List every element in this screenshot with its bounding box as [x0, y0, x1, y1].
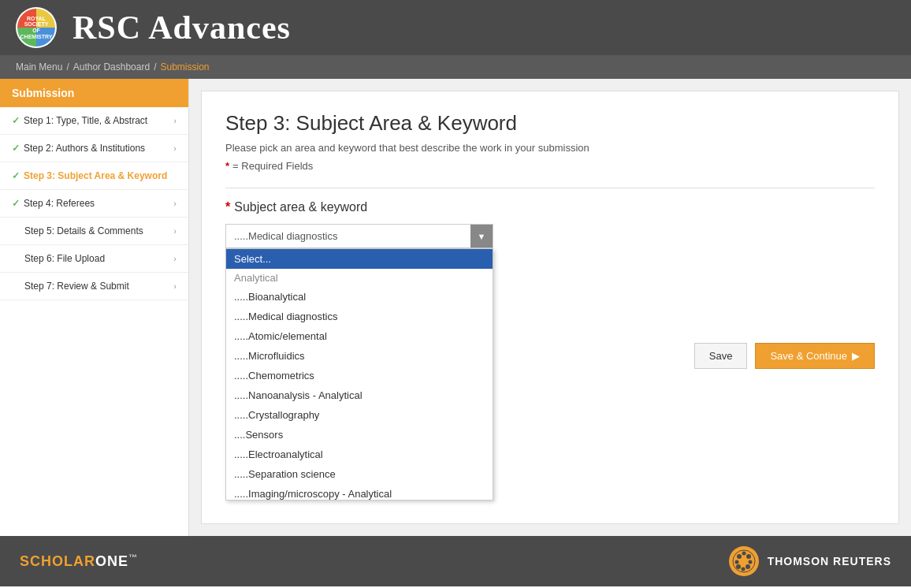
sidebar-item-step5[interactable]: Step 5: Details & Comments › — [0, 218, 188, 245]
main-layout: Submission ✓ Step 1: Type, Title, & Abst… — [0, 79, 911, 536]
svg-point-2 — [737, 554, 742, 559]
step2-arrow-icon: › — [173, 143, 177, 153]
save-continue-label: Save & Continue — [770, 350, 847, 362]
dropdown-option-chemometrics[interactable]: .....Chemometrics — [226, 366, 493, 385]
dropdown-option-electroanalytical[interactable]: .....Electroanalytical — [226, 445, 493, 464]
save-button[interactable]: Save — [694, 343, 748, 369]
dropdown-option-bioanalytical[interactable]: .....Bioanalytical — [226, 287, 493, 307]
sidebar-item-step4[interactable]: ✓ Step 4: Referees › — [0, 190, 188, 218]
sidebar: Submission ✓ Step 1: Type, Title, & Abst… — [0, 79, 189, 536]
select-value-display[interactable]: .....Medical diagnostics — [226, 225, 470, 247]
breadcrumb-sep2: / — [154, 61, 156, 73]
dropdown-group-analytical: Analytical — [226, 269, 493, 287]
sidebar-item-step7-label: Step 7: Review & Submit — [24, 281, 129, 292]
required-note: * = Required Fields — [225, 160, 875, 172]
required-star: * — [225, 160, 229, 172]
dropdown-list[interactable]: Select... Analytical .....Bioanalytical … — [225, 248, 493, 501]
svg-point-5 — [748, 560, 752, 564]
subject-select-wrapper[interactable]: .....Medical diagnostics ▼ Select... Ana… — [225, 224, 493, 248]
sidebar-item-step6[interactable]: Step 6: File Upload › — [0, 245, 188, 273]
subject-label-text: Subject area & keyword — [234, 200, 367, 214]
breadcrumb-author-dashboard[interactable]: Author Dashboard — [73, 61, 150, 73]
breadcrumb-sep1: / — [66, 61, 69, 73]
rsc-logo: ROYALSOCIETYOFCHEMISTRY — [16, 7, 57, 48]
sidebar-item-step5-label: Step 5: Details & Comments — [24, 225, 143, 236]
tr-logo-icon — [728, 545, 760, 577]
tm-symbol: ™ — [128, 553, 138, 562]
svg-point-4 — [746, 554, 751, 559]
step4-check-icon: ✓ — [12, 198, 20, 209]
scholarone-brand: SCHOLARONE™ — [20, 553, 138, 570]
thomson-reuters-brand: THOMSON REUTERS — [728, 545, 891, 577]
sidebar-item-step2[interactable]: ✓ Step 2: Authors & Institutions › — [0, 135, 188, 162]
step5-arrow-icon: › — [173, 226, 177, 236]
save-continue-arrow-icon: ▶ — [852, 350, 860, 362]
divider — [225, 188, 875, 188]
one-text: ONE — [95, 553, 128, 569]
sidebar-item-step1[interactable]: ✓ Step 1: Type, Title, & Abstract › — [0, 107, 188, 135]
sidebar-item-step3[interactable]: ✓ Step 3: Subject Area & Keyword — [0, 162, 188, 190]
dropdown-option-medical-diagnostics[interactable]: .....Medical diagnostics — [226, 307, 493, 326]
dropdown-option-atomic[interactable]: .....Atomic/elemental — [226, 326, 493, 346]
logo-text: ROYALSOCIETYOFCHEMISTRY — [20, 16, 53, 40]
svg-point-8 — [736, 564, 741, 569]
svg-point-0 — [729, 546, 759, 576]
step3-check-icon: ✓ — [12, 170, 20, 181]
svg-point-9 — [734, 560, 738, 564]
dropdown-option-sensors[interactable]: ....Sensors — [226, 425, 493, 445]
breadcrumb-main-menu[interactable]: Main Menu — [16, 61, 62, 73]
sidebar-title: Submission — [0, 79, 188, 107]
step1-arrow-icon: › — [173, 116, 177, 125]
step2-check-icon: ✓ — [12, 143, 20, 154]
sidebar-item-step3-label: Step 3: Subject Area & Keyword — [24, 170, 167, 181]
dropdown-option-separation[interactable]: .....Separation science — [226, 464, 493, 484]
logo-area: ROYALSOCIETYOFCHEMISTRY — [16, 7, 57, 48]
journal-title: RSC Advances — [73, 9, 291, 47]
step-title: Step 3: Subject Area & Keyword — [225, 111, 875, 136]
step7-arrow-icon: › — [173, 281, 177, 291]
scholar-text: SCHOLAR — [20, 553, 95, 569]
sidebar-item-step6-label: Step 6: File Upload — [24, 253, 105, 264]
page-header: ROYALSOCIETYOFCHEMISTRY RSC Advances — [0, 0, 911, 55]
step1-check-icon: ✓ — [12, 115, 20, 126]
select-display-box[interactable]: .....Medical diagnostics ▼ — [225, 224, 493, 248]
page-footer: SCHOLARONE™ THOMSON REUTERS — [0, 536, 911, 586]
sidebar-item-step1-label: Step 1: Type, Title, & Abstract — [24, 115, 147, 126]
breadcrumb: Main Menu / Author Dashboard / Submissio… — [0, 55, 911, 79]
step-description: Please pick an area and keyword that bes… — [225, 142, 875, 154]
dropdown-option-imaging[interactable]: .....Imaging/microscopy - Analytical — [226, 484, 493, 501]
svg-point-3 — [742, 552, 746, 556]
breadcrumb-current: Submission — [160, 61, 209, 73]
step4-arrow-icon: › — [173, 199, 177, 208]
svg-point-7 — [741, 568, 745, 571]
sidebar-item-step4-label: Step 4: Referees — [24, 198, 95, 209]
required-note-text: = Required Fields — [232, 160, 313, 172]
content-area: Step 3: Subject Area & Keyword Please pi… — [201, 91, 899, 524]
dropdown-option-crystallography[interactable]: .....Crystallography — [226, 405, 493, 425]
step6-arrow-icon: › — [173, 254, 177, 263]
sidebar-item-step7[interactable]: Step 7: Review & Submit › — [0, 273, 188, 300]
dropdown-option-microfluidics[interactable]: .....Microfluidics — [226, 346, 493, 366]
subject-star: * — [225, 200, 230, 214]
dropdown-option-select[interactable]: Select... — [226, 249, 493, 269]
subject-field-label: * Subject area & keyword — [225, 200, 875, 214]
svg-point-6 — [746, 564, 750, 569]
save-continue-button[interactable]: Save & Continue ▶ — [755, 343, 875, 369]
select-dropdown-arrow-icon[interactable]: ▼ — [470, 225, 493, 247]
sidebar-item-step2-label: Step 2: Authors & Institutions — [24, 143, 145, 154]
dropdown-option-nanoanalysis[interactable]: .....Nanoanalysis - Analytical — [226, 385, 493, 405]
thomson-reuters-text: THOMSON REUTERS — [768, 555, 891, 568]
